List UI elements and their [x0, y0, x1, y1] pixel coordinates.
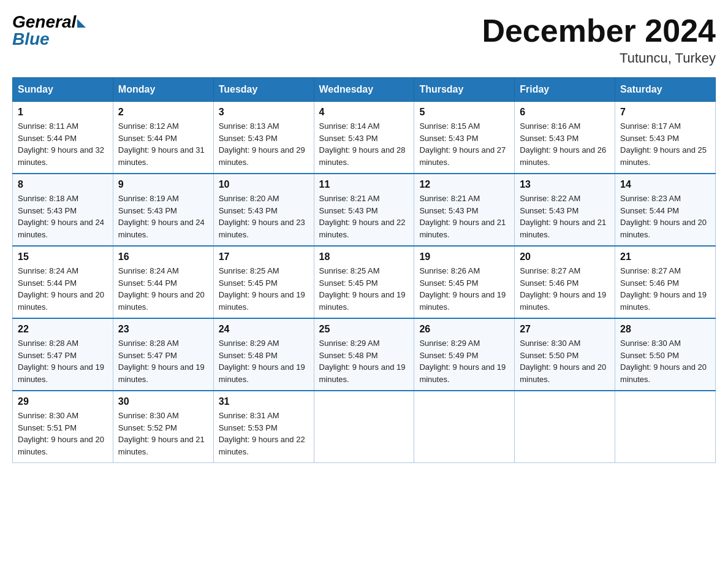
day-number: 9 [118, 179, 208, 190]
page-header: General Blue December 2024 Tutuncu, Turk… [12, 12, 716, 66]
day-info: Sunrise: 8:25 AMSunset: 5:45 PMDaylight:… [219, 265, 309, 313]
day-number: 12 [419, 179, 509, 190]
day-cell: 19Sunrise: 8:26 AMSunset: 5:45 PMDayligh… [414, 246, 515, 318]
day-cell: 11Sunrise: 8:21 AMSunset: 5:43 PMDayligh… [314, 174, 414, 246]
day-cell: 3Sunrise: 8:13 AMSunset: 5:43 PMDaylight… [213, 102, 314, 174]
day-cell: 1Sunrise: 8:11 AMSunset: 5:44 PMDaylight… [13, 102, 113, 174]
week-row-3: 15Sunrise: 8:24 AMSunset: 5:44 PMDayligh… [13, 246, 716, 318]
day-cell: 9Sunrise: 8:19 AMSunset: 5:43 PMDaylight… [113, 174, 213, 246]
day-info: Sunrise: 8:19 AMSunset: 5:43 PMDaylight:… [118, 193, 208, 240]
day-cell: 17Sunrise: 8:25 AMSunset: 5:45 PMDayligh… [213, 246, 314, 318]
day-number: 23 [118, 324, 208, 335]
day-cell: 25Sunrise: 8:29 AMSunset: 5:48 PMDayligh… [314, 318, 414, 391]
day-info: Sunrise: 8:30 AMSunset: 5:50 PMDaylight:… [620, 337, 710, 385]
day-info: Sunrise: 8:15 AMSunset: 5:43 PMDaylight:… [419, 120, 509, 168]
day-info: Sunrise: 8:30 AMSunset: 5:50 PMDaylight:… [520, 337, 610, 385]
day-info: Sunrise: 8:20 AMSunset: 5:43 PMDaylight:… [219, 193, 309, 240]
day-number: 6 [520, 107, 610, 118]
day-info: Sunrise: 8:25 AMSunset: 5:45 PMDaylight:… [319, 265, 409, 313]
day-info: Sunrise: 8:16 AMSunset: 5:43 PMDaylight:… [520, 120, 610, 168]
day-cell [414, 391, 515, 463]
day-number: 20 [520, 251, 610, 262]
day-cell: 26Sunrise: 8:29 AMSunset: 5:49 PMDayligh… [414, 318, 515, 391]
day-cell: 29Sunrise: 8:30 AMSunset: 5:51 PMDayligh… [13, 391, 113, 463]
day-cell: 24Sunrise: 8:29 AMSunset: 5:48 PMDayligh… [213, 318, 314, 391]
day-info: Sunrise: 8:17 AMSunset: 5:43 PMDaylight:… [620, 120, 710, 168]
day-info: Sunrise: 8:30 AMSunset: 5:52 PMDaylight:… [118, 410, 208, 458]
day-cell: 12Sunrise: 8:21 AMSunset: 5:43 PMDayligh… [414, 174, 515, 246]
day-number: 16 [118, 251, 208, 262]
day-number: 26 [419, 324, 509, 335]
day-cell: 23Sunrise: 8:28 AMSunset: 5:47 PMDayligh… [113, 318, 213, 391]
calendar-header-row: SundayMondayTuesdayWednesdayThursdayFrid… [13, 78, 716, 102]
day-cell: 14Sunrise: 8:23 AMSunset: 5:44 PMDayligh… [615, 174, 716, 246]
day-cell: 30Sunrise: 8:30 AMSunset: 5:52 PMDayligh… [113, 391, 213, 463]
day-cell: 13Sunrise: 8:22 AMSunset: 5:43 PMDayligh… [515, 174, 615, 246]
day-info: Sunrise: 8:21 AMSunset: 5:43 PMDaylight:… [319, 193, 409, 240]
day-number: 29 [18, 396, 108, 407]
title-block: December 2024 Tutuncu, Turkey [482, 12, 716, 66]
day-number: 14 [620, 179, 710, 190]
header-saturday: Saturday [615, 78, 716, 102]
day-number: 22 [18, 324, 108, 335]
day-number: 10 [219, 179, 309, 190]
day-cell: 2Sunrise: 8:12 AMSunset: 5:44 PMDaylight… [113, 102, 213, 174]
day-info: Sunrise: 8:23 AMSunset: 5:44 PMDaylight:… [620, 193, 710, 240]
day-number: 8 [18, 179, 108, 190]
day-cell: 16Sunrise: 8:24 AMSunset: 5:44 PMDayligh… [113, 246, 213, 318]
day-number: 21 [620, 251, 710, 262]
week-row-4: 22Sunrise: 8:28 AMSunset: 5:47 PMDayligh… [13, 318, 716, 391]
day-info: Sunrise: 8:31 AMSunset: 5:53 PMDaylight:… [219, 410, 309, 458]
logo: General Blue [12, 12, 86, 49]
day-number: 15 [18, 251, 108, 262]
day-info: Sunrise: 8:12 AMSunset: 5:44 PMDaylight:… [118, 120, 208, 168]
day-cell: 4Sunrise: 8:14 AMSunset: 5:43 PMDaylight… [314, 102, 414, 174]
day-info: Sunrise: 8:27 AMSunset: 5:46 PMDaylight:… [520, 265, 610, 313]
day-cell [615, 391, 716, 463]
header-sunday: Sunday [13, 78, 113, 102]
day-info: Sunrise: 8:18 AMSunset: 5:43 PMDaylight:… [18, 193, 108, 240]
day-cell: 5Sunrise: 8:15 AMSunset: 5:43 PMDaylight… [414, 102, 515, 174]
day-info: Sunrise: 8:28 AMSunset: 5:47 PMDaylight:… [118, 337, 208, 385]
day-info: Sunrise: 8:28 AMSunset: 5:47 PMDaylight:… [18, 337, 108, 385]
day-info: Sunrise: 8:24 AMSunset: 5:44 PMDaylight:… [18, 265, 108, 313]
day-info: Sunrise: 8:14 AMSunset: 5:43 PMDaylight:… [319, 120, 409, 168]
logo-blue-text: Blue [12, 29, 50, 49]
day-info: Sunrise: 8:21 AMSunset: 5:43 PMDaylight:… [419, 193, 509, 240]
day-cell: 18Sunrise: 8:25 AMSunset: 5:45 PMDayligh… [314, 246, 414, 318]
day-number: 24 [219, 324, 309, 335]
calendar-title: December 2024 [482, 12, 716, 49]
week-row-2: 8Sunrise: 8:18 AMSunset: 5:43 PMDaylight… [13, 174, 716, 246]
day-info: Sunrise: 8:13 AMSunset: 5:43 PMDaylight:… [219, 120, 309, 168]
day-cell: 27Sunrise: 8:30 AMSunset: 5:50 PMDayligh… [515, 318, 615, 391]
day-number: 28 [620, 324, 710, 335]
day-cell: 22Sunrise: 8:28 AMSunset: 5:47 PMDayligh… [13, 318, 113, 391]
week-row-5: 29Sunrise: 8:30 AMSunset: 5:51 PMDayligh… [13, 391, 716, 463]
day-number: 27 [520, 324, 610, 335]
day-info: Sunrise: 8:29 AMSunset: 5:48 PMDaylight:… [319, 337, 409, 385]
header-thursday: Thursday [414, 78, 515, 102]
day-cell: 21Sunrise: 8:27 AMSunset: 5:46 PMDayligh… [615, 246, 716, 318]
day-number: 25 [319, 324, 409, 335]
day-number: 19 [419, 251, 509, 262]
day-info: Sunrise: 8:22 AMSunset: 5:43 PMDaylight:… [520, 193, 610, 240]
day-cell: 8Sunrise: 8:18 AMSunset: 5:43 PMDaylight… [13, 174, 113, 246]
day-info: Sunrise: 8:29 AMSunset: 5:49 PMDaylight:… [419, 337, 509, 385]
header-friday: Friday [515, 78, 615, 102]
day-cell: 7Sunrise: 8:17 AMSunset: 5:43 PMDaylight… [615, 102, 716, 174]
day-number: 18 [319, 251, 409, 262]
logo-arrow-icon [77, 19, 86, 28]
day-cell: 10Sunrise: 8:20 AMSunset: 5:43 PMDayligh… [213, 174, 314, 246]
header-tuesday: Tuesday [213, 78, 314, 102]
day-number: 13 [520, 179, 610, 190]
header-wednesday: Wednesday [314, 78, 414, 102]
day-number: 31 [219, 396, 309, 407]
day-info: Sunrise: 8:30 AMSunset: 5:51 PMDaylight:… [18, 410, 108, 458]
day-info: Sunrise: 8:26 AMSunset: 5:45 PMDaylight:… [419, 265, 509, 313]
day-number: 7 [620, 107, 710, 118]
day-number: 17 [219, 251, 309, 262]
week-row-1: 1Sunrise: 8:11 AMSunset: 5:44 PMDaylight… [13, 102, 716, 174]
day-info: Sunrise: 8:11 AMSunset: 5:44 PMDaylight:… [18, 120, 108, 168]
header-monday: Monday [113, 78, 213, 102]
calendar-table: SundayMondayTuesdayWednesdayThursdayFrid… [12, 77, 716, 463]
